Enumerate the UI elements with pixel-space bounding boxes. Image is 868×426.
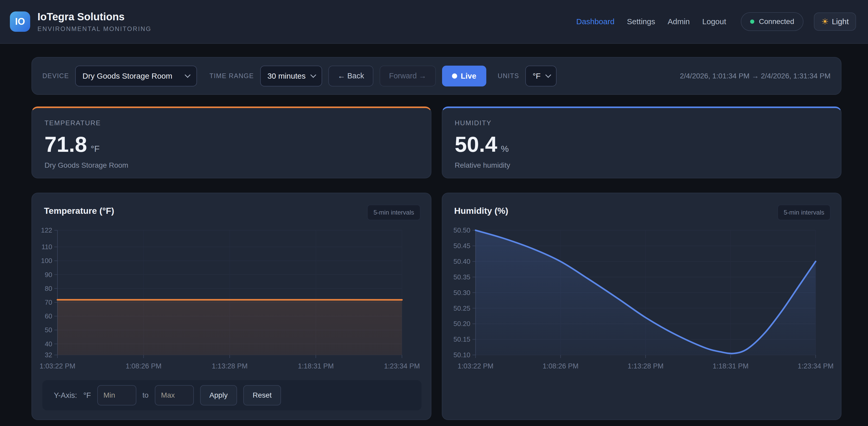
svg-text:50.50: 50.50: [453, 227, 470, 234]
time-range-label: TIME RANGE: [210, 72, 254, 80]
yaxis-to-label: to: [143, 391, 149, 399]
temperature-caption: Dry Goods Storage Room: [44, 161, 418, 170]
svg-text:50.30: 50.30: [453, 289, 470, 296]
chevron-down-icon: [185, 72, 191, 78]
svg-text:80: 80: [45, 285, 52, 292]
device-select-value: Dry Goods Storage Room: [83, 72, 172, 81]
svg-text:110: 110: [41, 243, 52, 251]
nav-logout[interactable]: Logout: [702, 17, 726, 26]
humidity-card-label: HUMIDITY: [455, 119, 829, 127]
svg-text:50.10: 50.10: [453, 351, 470, 359]
chart-cards-row: 122110100908070605040321:03:22 PM1:08:26…: [31, 193, 841, 420]
theme-toggle-button[interactable]: ☀ Light: [814, 12, 856, 31]
yaxis-label: Y-Axis:: [54, 391, 77, 400]
main-nav: Dashboard Settings Admin Logout: [576, 17, 726, 26]
time-window-text: 2/4/2026, 1:01:34 PM → 2/4/2026, 1:31:34…: [680, 72, 831, 80]
stat-cards-row: TEMPERATURE 71.8 °F Dry Goods Storage Ro…: [31, 107, 841, 178]
device-select[interactable]: Dry Goods Storage Room: [75, 66, 197, 86]
logo-text: IO: [15, 16, 25, 27]
svg-text:1:08:26 PM: 1:08:26 PM: [126, 362, 162, 370]
humidity-chart: 50.5050.4550.4050.3550.3050.2550.2050.15…: [442, 193, 841, 420]
device-label: DEVICE: [42, 72, 69, 80]
time-range-select-value: 30 minutes: [268, 72, 306, 81]
app-subtitle: ENVIRONMENTAL MONITORING: [37, 25, 151, 33]
nav-settings[interactable]: Settings: [627, 17, 655, 26]
connection-status-label: Connected: [759, 18, 794, 26]
svg-text:60: 60: [45, 312, 52, 320]
forward-button[interactable]: Forward →: [380, 66, 436, 86]
connection-status-badge: Connected: [741, 12, 803, 31]
yaxis-controls: Y-Axis: °F to Apply Reset: [42, 380, 422, 410]
svg-text:50.15: 50.15: [453, 336, 470, 343]
svg-text:50.45: 50.45: [453, 242, 470, 250]
humidity-value: 50.4: [455, 132, 497, 157]
svg-text:122: 122: [41, 227, 52, 234]
units-select-value: °F: [533, 72, 540, 81]
humidity-chart-title: Humidity (%): [454, 206, 508, 216]
temperature-chart-interval-badge: 5-min intervals: [367, 205, 420, 220]
title-block: IoTegra Solutions ENVIRONMENTAL MONITORI…: [37, 11, 151, 33]
nav-dashboard[interactable]: Dashboard: [576, 17, 615, 26]
humidity-caption: Relative humidity: [455, 161, 829, 170]
svg-text:70: 70: [45, 299, 52, 306]
back-button[interactable]: ← Back: [328, 66, 374, 86]
nav-admin[interactable]: Admin: [668, 17, 690, 26]
chevron-down-icon: [545, 72, 551, 78]
units-label: UNITS: [498, 72, 519, 80]
temperature-card-label: TEMPERATURE: [44, 119, 418, 127]
svg-text:1:18:31 PM: 1:18:31 PM: [713, 362, 749, 370]
temperature-value: 71.8: [44, 132, 87, 157]
live-button-label: Live: [461, 72, 476, 81]
svg-text:50: 50: [45, 326, 52, 334]
yaxis-min-input[interactable]: [97, 385, 136, 405]
humidity-chart-card: 50.5050.4550.4050.3550.3050.2550.2050.15…: [442, 193, 842, 420]
svg-text:90: 90: [45, 271, 52, 278]
sun-icon: ☀: [821, 18, 829, 26]
svg-text:1:23:34 PM: 1:23:34 PM: [798, 362, 833, 370]
svg-text:50.20: 50.20: [453, 320, 470, 327]
temperature-chart-card: 122110100908070605040321:03:22 PM1:08:26…: [31, 193, 431, 420]
humidity-unit: %: [501, 144, 509, 154]
live-dot-icon: [452, 74, 457, 79]
svg-text:1:13:28 PM: 1:13:28 PM: [628, 362, 663, 370]
svg-text:100: 100: [41, 257, 52, 264]
humidity-card: HUMIDITY 50.4 % Relative humidity: [442, 107, 842, 178]
temperature-unit: °F: [91, 144, 100, 154]
units-select[interactable]: °F: [525, 66, 557, 86]
control-bar: DEVICE Dry Goods Storage Room TIME RANGE…: [31, 57, 841, 95]
live-button[interactable]: Live: [442, 66, 486, 86]
svg-text:1:18:31 PM: 1:18:31 PM: [298, 362, 334, 370]
svg-text:1:08:26 PM: 1:08:26 PM: [542, 362, 579, 370]
theme-toggle-label: Light: [832, 17, 849, 26]
chevron-down-icon: [310, 72, 316, 78]
yaxis-unit-label: °F: [83, 391, 91, 400]
yaxis-reset-button[interactable]: Reset: [243, 385, 281, 405]
svg-text:1:03:22 PM: 1:03:22 PM: [39, 362, 75, 370]
svg-text:50.25: 50.25: [453, 305, 470, 312]
yaxis-apply-button[interactable]: Apply: [200, 385, 237, 405]
connected-dot-icon: [750, 20, 754, 24]
app-logo: IO: [10, 11, 30, 32]
svg-text:50.40: 50.40: [453, 258, 470, 265]
time-range-select[interactable]: 30 minutes: [260, 66, 322, 86]
app-title: IoTegra Solutions: [37, 11, 151, 23]
humidity-chart-interval-badge: 5-min intervals: [777, 205, 831, 220]
yaxis-max-input[interactable]: [155, 385, 194, 405]
main-content: DEVICE Dry Goods Storage Room TIME RANGE…: [0, 44, 868, 420]
svg-text:1:23:34 PM: 1:23:34 PM: [384, 362, 420, 370]
svg-text:1:13:28 PM: 1:13:28 PM: [212, 362, 248, 370]
app-header: IO IoTegra Solutions ENVIRONMENTAL MONIT…: [0, 0, 868, 44]
temperature-chart-title: Temperature (°F): [44, 206, 114, 216]
svg-text:50.35: 50.35: [453, 274, 470, 281]
svg-text:1:03:22 PM: 1:03:22 PM: [457, 362, 493, 370]
svg-text:32: 32: [45, 351, 52, 359]
temperature-card: TEMPERATURE 71.8 °F Dry Goods Storage Ro…: [31, 107, 431, 178]
svg-text:40: 40: [45, 340, 52, 348]
